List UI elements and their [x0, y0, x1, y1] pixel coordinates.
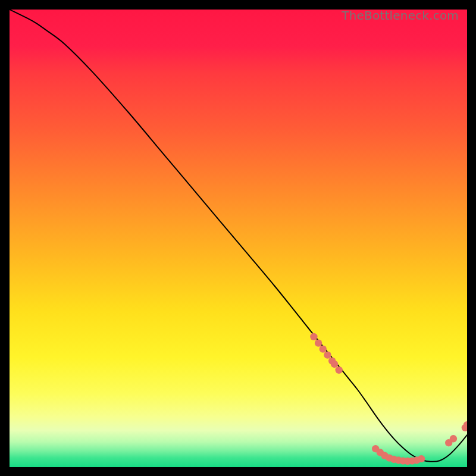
- data-point: [315, 339, 322, 346]
- chart-frame: TheBottleneck.com: [0, 0, 476, 476]
- data-point: [409, 457, 416, 464]
- data-point: [464, 421, 467, 428]
- curve-line: [10, 10, 467, 462]
- attribution-text: TheBottleneck.com: [342, 8, 459, 23]
- data-point: [413, 456, 420, 464]
- data-point: [445, 439, 452, 446]
- data-point: [377, 449, 384, 456]
- data-point: [462, 424, 467, 431]
- data-point: [328, 357, 336, 364]
- data-point: [372, 445, 379, 452]
- data-point: [310, 333, 317, 340]
- marker-layer: [310, 333, 467, 465]
- data-point: [320, 345, 327, 352]
- data-point: [335, 367, 342, 374]
- data-point: [381, 452, 388, 459]
- data-point: [390, 456, 397, 463]
- data-point: [450, 435, 457, 442]
- data-point: [418, 455, 425, 462]
- data-point: [331, 361, 338, 368]
- data-point: [386, 454, 393, 461]
- plot-area: TheBottleneck.com: [10, 10, 467, 467]
- data-point: [404, 458, 411, 465]
- data-point: [324, 351, 331, 358]
- data-point: [394, 456, 402, 464]
- data-point: [399, 457, 406, 464]
- chart-svg: [10, 10, 467, 467]
